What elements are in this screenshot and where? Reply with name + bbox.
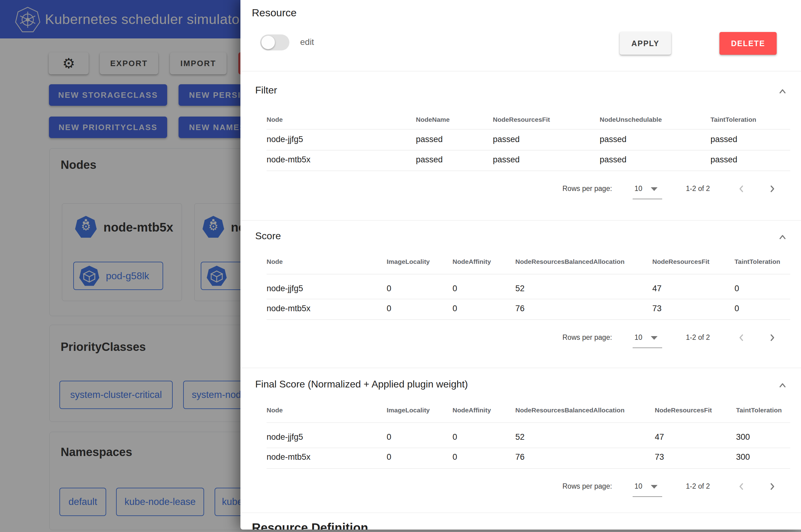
chevron-right-icon xyxy=(767,184,777,194)
resource-dialog: Resource edit APPLY DELETE FilterNodeNod… xyxy=(240,0,801,530)
table-cell: 0 xyxy=(387,432,391,442)
section-divider xyxy=(240,513,801,513)
column-header: NodeResourcesFit xyxy=(655,406,712,414)
chevron-right-icon xyxy=(767,481,777,491)
pagination-range-label: 1-2 of 2 xyxy=(686,185,710,193)
rows-per-page-select[interactable]: 10 xyxy=(635,482,642,491)
dialog-sections: FilterNodeNodeNameNodeResourcesFitNodeUn… xyxy=(240,0,801,530)
table-cell: node-jjfg5 xyxy=(267,432,303,442)
column-header: TaintToleration xyxy=(734,258,780,265)
rows-per-page-label: Rows per page: xyxy=(562,185,612,193)
table-cell: node-mtb5x xyxy=(267,304,311,314)
select-underline xyxy=(633,199,662,199)
next-page-button[interactable] xyxy=(765,182,779,195)
table-cell: passed xyxy=(600,155,626,165)
table-cell: 0 xyxy=(453,304,457,314)
table-cell: node-jjfg5 xyxy=(267,135,303,144)
row-divider xyxy=(267,150,790,150)
previous-page-button[interactable] xyxy=(735,480,748,493)
rows-per-page-label: Rows per page: xyxy=(562,482,612,491)
table-cell: 0 xyxy=(453,432,457,442)
section-title-final-score: Final Score (Normalized + Applied plugin… xyxy=(255,379,468,390)
section-divider xyxy=(240,71,801,71)
next-page-button[interactable] xyxy=(765,480,779,493)
section-divider xyxy=(240,220,801,221)
table-cell: 0 xyxy=(453,284,457,293)
table-cell: 0 xyxy=(734,304,739,314)
select-underline xyxy=(633,347,662,348)
table-cell: 0 xyxy=(453,452,457,462)
chevron-left-icon xyxy=(737,184,747,194)
column-header: NodeResourcesFit xyxy=(493,116,550,123)
collapse-section-button[interactable] xyxy=(776,379,789,393)
chevron-up-icon xyxy=(778,87,787,97)
row-divider xyxy=(267,129,790,130)
row-divider xyxy=(267,448,790,448)
collapse-section-button[interactable] xyxy=(776,231,789,244)
pagination-range-label: 1-2 of 2 xyxy=(686,333,710,342)
table-cell: passed xyxy=(710,135,737,144)
table-cell: 0 xyxy=(387,284,391,293)
section-title-filter: Filter xyxy=(255,84,277,96)
table-cell: passed xyxy=(710,155,737,165)
table-cell: 0 xyxy=(387,304,391,314)
table-cell: 73 xyxy=(655,452,664,462)
next-page-button[interactable] xyxy=(765,331,779,344)
column-header: ImageLocality xyxy=(387,406,430,414)
table-cell: 76 xyxy=(515,304,525,314)
column-header: Node xyxy=(267,258,283,265)
row-divider xyxy=(267,468,790,469)
table-cell: 0 xyxy=(387,452,391,462)
column-header: NodeResourcesBalancedAllocation xyxy=(515,406,625,414)
chevron-right-icon xyxy=(767,333,777,343)
table-cell: passed xyxy=(416,135,443,144)
caret-down-icon xyxy=(651,485,658,489)
row-divider xyxy=(267,422,790,423)
column-header: TaintToleration xyxy=(710,116,757,123)
select-underline xyxy=(633,496,662,497)
row-divider xyxy=(267,299,790,299)
column-header: NodeResourcesFit xyxy=(652,258,710,265)
table-cell: node-jjfg5 xyxy=(267,284,303,293)
table-cell: 0 xyxy=(734,284,739,293)
chevron-left-icon xyxy=(737,333,747,343)
rows-per-page-select[interactable]: 10 xyxy=(635,333,642,342)
table-cell: node-mtb5x xyxy=(267,452,311,462)
column-header: NodeResourcesBalancedAllocation xyxy=(515,258,625,265)
rows-per-page-select[interactable]: 10 xyxy=(635,185,642,193)
caret-down-icon xyxy=(651,187,658,191)
section-title-score: Score xyxy=(255,230,281,242)
column-header: TaintToleration xyxy=(736,406,782,414)
section-divider xyxy=(240,368,801,368)
collapse-section-button[interactable] xyxy=(776,85,789,98)
pagination-range-label: 1-2 of 2 xyxy=(686,482,710,491)
row-divider xyxy=(267,171,790,171)
column-header: NodeAffinity xyxy=(453,258,491,265)
table-cell: passed xyxy=(493,155,520,165)
app-root: Kubernetes scheduler simulator ⚙ EXPORT … xyxy=(0,0,801,532)
column-header: Node xyxy=(267,116,283,123)
table-cell: 52 xyxy=(515,284,525,293)
column-header: NodeAffinity xyxy=(453,406,491,414)
chevron-up-icon xyxy=(778,381,787,391)
resource-definition-title: Resource Definition xyxy=(252,521,368,530)
table-cell: passed xyxy=(416,155,443,165)
table-cell: passed xyxy=(600,135,626,144)
table-cell: node-mtb5x xyxy=(267,155,311,165)
chevron-up-icon xyxy=(778,232,787,242)
column-header: NodeName xyxy=(416,116,450,123)
table-cell: 300 xyxy=(736,432,750,442)
row-divider xyxy=(267,320,790,320)
table-cell: 47 xyxy=(652,284,661,293)
table-cell: 52 xyxy=(515,432,525,442)
previous-page-button[interactable] xyxy=(735,182,748,195)
table-cell: 47 xyxy=(655,432,664,442)
column-header: Node xyxy=(267,406,283,414)
rows-per-page-label: Rows per page: xyxy=(562,333,612,342)
column-header: ImageLocality xyxy=(387,258,430,265)
chevron-left-icon xyxy=(737,481,747,491)
table-cell: passed xyxy=(493,135,520,144)
caret-down-icon xyxy=(651,336,658,340)
previous-page-button[interactable] xyxy=(735,331,748,344)
table-cell: 73 xyxy=(652,304,661,314)
